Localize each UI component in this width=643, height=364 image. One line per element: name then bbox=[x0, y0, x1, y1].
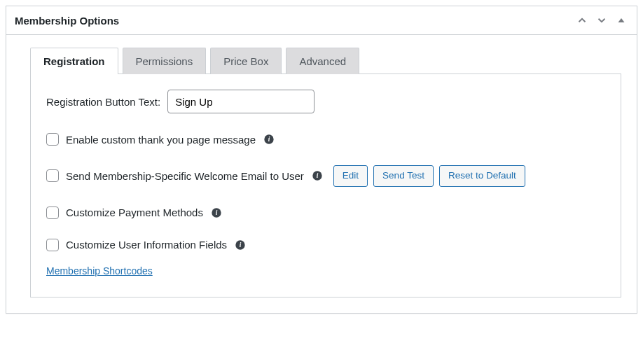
move-down-icon[interactable] bbox=[595, 13, 609, 27]
tab-advanced[interactable]: Advanced bbox=[286, 48, 359, 74]
thank-you-page-row: Enable custom thank you page message i bbox=[46, 133, 605, 146]
tab-registration[interactable]: Registration bbox=[30, 48, 118, 74]
registration-button-text-input[interactable] bbox=[167, 90, 314, 113]
info-icon[interactable]: i bbox=[311, 169, 324, 182]
toggle-panel-icon[interactable] bbox=[614, 13, 628, 27]
info-icon[interactable]: i bbox=[263, 133, 275, 146]
info-icon[interactable]: i bbox=[210, 206, 223, 219]
user-info-fields-label: Customize User Information Fields bbox=[66, 239, 227, 251]
membership-shortcodes-link[interactable]: Membership Shortcodes bbox=[46, 265, 153, 276]
send-test-button[interactable]: Send Test bbox=[373, 165, 434, 187]
info-icon[interactable]: i bbox=[234, 239, 247, 251]
thank-you-page-label: Enable custom thank you page message bbox=[66, 134, 256, 146]
tab-price-box[interactable]: Price Box bbox=[210, 48, 282, 74]
welcome-email-label: Send Membership-Specific Welcome Email t… bbox=[66, 170, 304, 182]
metabox-body: Registration Permissions Price Box Advan… bbox=[6, 35, 637, 313]
reset-button[interactable]: Reset to Default bbox=[439, 165, 525, 187]
payment-methods-row: Customize Payment Methods i bbox=[46, 206, 605, 219]
svg-text:i: i bbox=[240, 241, 242, 248]
registration-button-text-row: Registration Button Text: bbox=[46, 90, 605, 113]
svg-text:i: i bbox=[317, 173, 319, 180]
welcome-email-buttons: Edit Send Test Reset to Default bbox=[333, 165, 525, 187]
tabs-nav: Registration Permissions Price Box Advan… bbox=[30, 48, 621, 74]
thank-you-page-checkbox[interactable] bbox=[46, 133, 59, 146]
payment-methods-label: Customize Payment Methods bbox=[66, 206, 203, 218]
tab-permissions[interactable]: Permissions bbox=[123, 48, 207, 74]
edit-button[interactable]: Edit bbox=[333, 165, 368, 187]
membership-options-metabox: Membership Options Registration Permissi… bbox=[6, 6, 637, 314]
metabox-actions bbox=[575, 13, 628, 27]
metabox-header: Membership Options bbox=[6, 6, 637, 35]
welcome-email-row: Send Membership-Specific Welcome Email t… bbox=[46, 165, 605, 187]
user-info-fields-row: Customize User Information Fields i bbox=[46, 239, 605, 251]
user-info-fields-checkbox[interactable] bbox=[46, 239, 59, 251]
svg-text:i: i bbox=[268, 136, 270, 143]
registration-button-text-label: Registration Button Text: bbox=[46, 96, 160, 108]
welcome-email-checkbox[interactable] bbox=[46, 169, 59, 182]
metabox-title: Membership Options bbox=[15, 15, 119, 27]
payment-methods-checkbox[interactable] bbox=[46, 206, 59, 219]
tab-panel-registration: Registration Button Text: Enable custom … bbox=[30, 74, 621, 298]
move-up-icon[interactable] bbox=[575, 13, 589, 27]
svg-text:i: i bbox=[216, 209, 218, 216]
